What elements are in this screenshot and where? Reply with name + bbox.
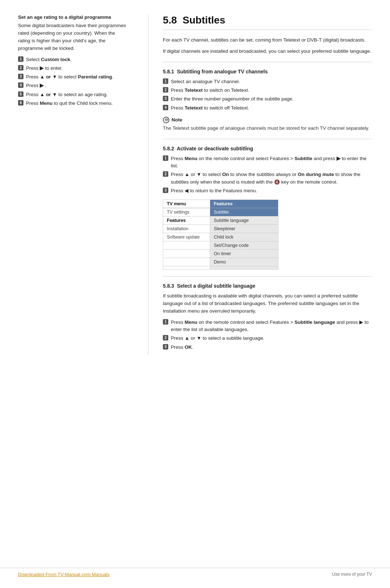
table-cell-left — [163, 266, 210, 270]
step-text: Press ▲ or ▼ to select a subtitle langua… — [171, 335, 372, 342]
section-intro-1: For each TV channel, subtitles can be se… — [163, 37, 372, 44]
list-item: 1 Select Custom lock. — [18, 56, 126, 63]
step-text: Select an analogue TV channel. — [171, 78, 372, 85]
step-text: Press Teletext to switch on Teletext. — [171, 87, 372, 94]
step-number: 3 — [163, 344, 168, 349]
list-item: 2 Press ▲ or ▼ to select a subtitle lang… — [163, 335, 372, 342]
step-list-583: 1 Press Menu on the remote control and s… — [163, 319, 372, 351]
tv-menu-table: TV menu Features TV settings Subtitle Fe… — [163, 199, 278, 270]
step-text: Press Menu to quit the Child lock menu. — [26, 100, 126, 107]
step-text: Press ▲ or ▼ to select an age rating. — [26, 91, 126, 98]
step-list-581: 1 Select an analogue TV channel. 2 Press… — [163, 78, 372, 112]
step-number: 1 — [163, 78, 168, 84]
list-item: 1 Select an analogue TV channel. — [163, 78, 372, 85]
list-item: 2 Press ▶ to enter. — [18, 65, 126, 72]
table-cell-right — [210, 266, 278, 270]
table-row — [163, 266, 278, 270]
step-text: Press Menu on the remote control and sel… — [171, 319, 372, 334]
table-cell-left — [163, 241, 210, 250]
step-number: 3 — [163, 188, 168, 193]
list-item: 4 Press ▶ . — [18, 82, 126, 89]
list-item: 3 Enter the three number pagenumber of t… — [163, 95, 372, 103]
table-row: TV settings Subtitle — [163, 208, 278, 216]
step-text: Press Menu on the remote control and sel… — [171, 155, 372, 170]
table-row: Demo — [163, 258, 278, 266]
step-number: 2 — [163, 335, 168, 340]
subsection-581-title: 5.8.1 Subtitling from analogue TV channe… — [163, 69, 372, 74]
footer-right-text: Use more of your TV — [332, 572, 372, 577]
subsection-583-intro: If subtitle broadcasting is available wi… — [163, 292, 372, 315]
table-cell-right: Sleeptimer — [210, 225, 278, 233]
table-cell-left: Software update — [163, 233, 210, 241]
note-box-581: ⊖ Note The Teletext subtitle page of ana… — [163, 117, 372, 132]
step-number: 1 — [163, 155, 168, 161]
list-item: 5 Press ▲ or ▼ to select an age rating. — [18, 91, 126, 98]
table-cell-left: Installation — [163, 225, 210, 233]
table-row: On timer — [163, 250, 278, 258]
note-text: The Teletext subtitle page of analogue c… — [163, 125, 372, 132]
divider — [163, 139, 372, 139]
section-title: 5.8 Subtitles — [163, 14, 372, 30]
divider — [163, 276, 372, 276]
step-text: Press ▲ or ▼ to select Parental rating. — [26, 73, 126, 81]
footer-link[interactable]: Downloaded From TV-Manual.com Manuals — [18, 572, 109, 577]
table-row: Set/Change code — [163, 241, 278, 250]
step-text: Enter the three number pagenumber of the… — [171, 95, 372, 103]
step-number: 2 — [18, 65, 23, 70]
table-header-row: TV menu Features — [163, 200, 278, 208]
table-cell-right: Subtitle — [210, 208, 278, 216]
table-cell-right: Set/Change code — [210, 241, 278, 250]
table-header-right: Features — [210, 200, 278, 208]
list-item: 3 Press ▲ or ▼ to select Parental rating… — [18, 73, 126, 81]
subsection-582-title: 5.8.2 Activate or deactivate subtitling — [163, 146, 372, 151]
left-intro: Some digital broadcasters have their pro… — [18, 22, 126, 52]
step-number: 3 — [18, 74, 23, 79]
step-number: 2 — [163, 87, 168, 93]
step-list-582: 1 Press Menu on the remote control and s… — [163, 155, 372, 194]
step-number: 3 — [163, 96, 168, 101]
right-column: 5.8 Subtitles For each TV channel, subti… — [148, 14, 372, 355]
subsection-583-title: 5.8.3 Select a digital subtitle language — [163, 283, 372, 289]
list-item: 6 Press Menu to quit the Child lock menu… — [18, 100, 126, 107]
list-item: 1 Press Menu on the remote control and s… — [163, 155, 372, 170]
step-text: Select Custom lock. — [26, 56, 126, 63]
table-cell-right: Subtitle language — [210, 216, 278, 225]
step-text: Press Teletext to switch off Teletext. — [171, 104, 372, 112]
step-number: 1 — [163, 319, 168, 325]
table-cell-right: On timer — [210, 250, 278, 258]
step-number: 5 — [18, 91, 23, 97]
step-text: Press ▲ or ▼ to select On to show the su… — [171, 171, 372, 186]
list-item: 4 Press Teletext to switch off Teletext. — [163, 104, 372, 112]
step-text: Press ◀ to return to the Features menu. — [171, 187, 372, 194]
section-intro-2: If digital channels are installed and br… — [163, 48, 372, 55]
list-item: 2 Press Teletext to switch on Teletext. — [163, 87, 372, 94]
table-header-left: TV menu — [163, 200, 210, 208]
step-text: Press ▶ to enter. — [26, 65, 126, 72]
step-number: 1 — [18, 56, 23, 62]
list-item: 2 Press ▲ or ▼ to select On to show the … — [163, 171, 372, 186]
step-number: 6 — [18, 100, 23, 106]
note-label: Note — [172, 117, 182, 123]
note-title: ⊖ Note — [163, 117, 372, 123]
table-cell-right: Child lock — [210, 233, 278, 241]
table-cell-left — [163, 250, 210, 258]
table-row: Features Subtitle language — [163, 216, 278, 225]
table-cell-left — [163, 258, 210, 266]
note-icon: ⊖ — [163, 117, 169, 123]
table-row: Software update Child lock — [163, 233, 278, 241]
list-item: 1 Press Menu on the remote control and s… — [163, 319, 372, 334]
list-item: 3 Press ◀ to return to the Features menu… — [163, 187, 372, 194]
divider — [163, 62, 372, 62]
table-cell-left: TV settings — [163, 208, 210, 216]
step-number: 2 — [163, 171, 168, 177]
step-text: Press OK. — [171, 344, 372, 351]
left-column: Set an age rating to a digital programme… — [18, 14, 134, 355]
step-number: 4 — [163, 105, 168, 110]
left-step-list: 1 Select Custom lock. 2 Press ▶ to enter… — [18, 56, 126, 107]
step-text: Press ▶ . — [26, 82, 126, 89]
list-item: 3 Press OK. — [163, 344, 372, 351]
footer: Downloaded From TV-Manual.com Manuals Us… — [0, 568, 390, 577]
table-cell-left: Features — [163, 216, 210, 225]
left-heading: Set an age rating to a digital programme — [18, 14, 126, 20]
step-number: 4 — [18, 82, 23, 88]
